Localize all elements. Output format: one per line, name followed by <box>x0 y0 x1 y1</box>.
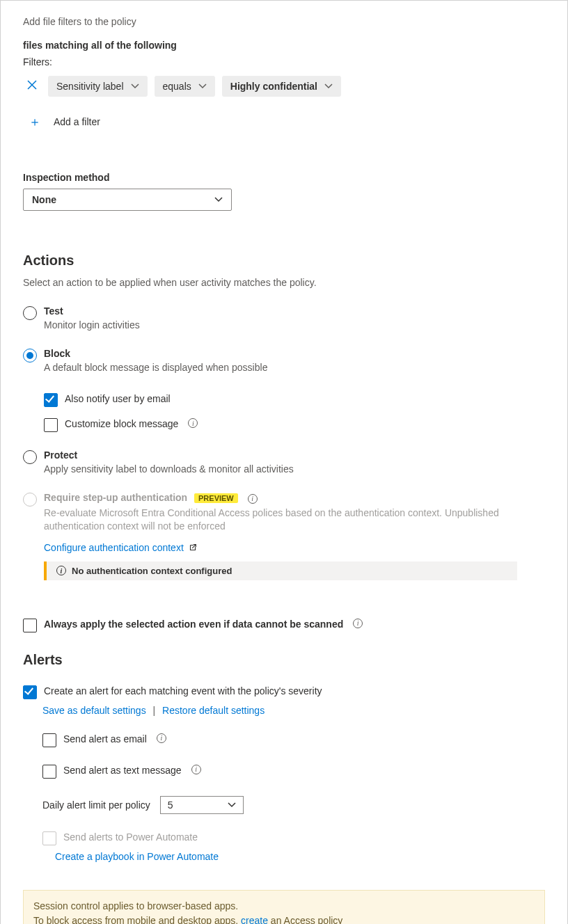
chevron-down-icon <box>198 83 207 89</box>
checkbox-icon <box>44 418 58 432</box>
customize-block-checkbox[interactable]: Customize block message i <box>44 418 267 432</box>
filter-value-chip[interactable]: Highly confidential <box>222 76 341 97</box>
send-alert-text-checkbox[interactable]: Send alert as text message i <box>42 765 545 779</box>
info-icon[interactable]: i <box>157 733 166 743</box>
inspection-method-label: Inspection method <box>23 172 545 183</box>
action-option-stepup: Require step-up authentication PREVIEW i… <box>23 492 545 580</box>
action-stepup-title: Require step-up authentication <box>44 492 187 503</box>
filter-operator-label: equals <box>163 81 191 92</box>
send-alert-text-label: Send alert as text message <box>63 765 182 776</box>
no-auth-context-text: No authentication context configured <box>72 566 232 576</box>
footer-line2-pre: To block access from mobile and desktop … <box>33 915 241 924</box>
action-option-block[interactable]: Block A default block message is display… <box>23 348 545 432</box>
action-block-desc: A default block message is displayed whe… <box>44 362 267 373</box>
radio-icon <box>23 349 37 363</box>
always-apply-label: Always apply the selected action even if… <box>44 619 343 630</box>
add-filter-button[interactable]: ＋ Add a filter <box>23 112 545 132</box>
checkbox-icon <box>42 765 56 779</box>
daily-alert-limit-value: 5 <box>168 799 173 811</box>
create-playbook-link[interactable]: Create a playbook in Power Automate <box>55 851 219 862</box>
send-alert-email-label: Send alert as email <box>63 733 147 744</box>
action-block-title: Block <box>44 348 267 359</box>
notify-email-checkbox[interactable]: Also notify user by email <box>44 393 267 407</box>
checkbox-icon <box>44 393 58 407</box>
filter-value-label: Highly confidential <box>230 81 317 92</box>
info-icon: i <box>56 566 66 575</box>
send-alert-email-checkbox[interactable]: Send alert as email i <box>42 733 545 747</box>
info-icon[interactable]: i <box>188 418 198 428</box>
action-protect-desc: Apply sensitivity label to downloads & m… <box>44 463 294 475</box>
radio-icon <box>23 493 37 507</box>
actions-description: Select an action to be applied when user… <box>23 277 545 288</box>
send-power-automate-label: Send alerts to Power Automate <box>63 831 198 843</box>
filter-row: Sensitivity label equals Highly confiden… <box>23 76 545 97</box>
create-alert-label: Create an alert for each matching event … <box>44 685 322 696</box>
create-alert-checkbox[interactable]: Create an alert for each matching event … <box>23 685 545 699</box>
actions-heading: Actions <box>23 253 545 269</box>
alerts-heading: Alerts <box>23 652 545 668</box>
action-option-protect[interactable]: Protect Apply sensitivity label to downl… <box>23 449 545 475</box>
action-stepup-desc: Re-evaluate Microsoft Entra Conditional … <box>44 507 517 534</box>
filter-field-chip[interactable]: Sensitivity label <box>48 76 148 97</box>
inspection-method-select[interactable]: None <box>23 189 232 211</box>
radio-icon <box>23 306 37 320</box>
chevron-down-icon <box>324 83 333 89</box>
filters-label: Filters: <box>23 56 545 67</box>
add-filter-label: Add a filter <box>54 116 100 127</box>
daily-alert-limit-select[interactable]: 5 <box>160 796 244 814</box>
chevron-down-icon <box>228 802 236 808</box>
info-icon[interactable]: i <box>353 619 363 628</box>
checkbox-icon <box>23 619 37 632</box>
external-link-icon <box>188 543 198 552</box>
no-auth-context-warning: i No authentication context configured <box>44 561 517 580</box>
checkbox-icon <box>23 685 37 699</box>
plus-icon: ＋ <box>23 112 47 132</box>
footer-banner: Session control applies to browser-based… <box>23 890 545 924</box>
action-test-title: Test <box>44 305 140 317</box>
filter-operator-chip[interactable]: equals <box>155 76 215 97</box>
configure-auth-context-label: Configure authentication context <box>44 542 184 553</box>
always-apply-checkbox[interactable]: Always apply the selected action even if… <box>23 619 545 632</box>
send-power-automate-checkbox: Send alerts to Power Automate <box>42 831 545 845</box>
customize-block-label: Customize block message <box>65 418 178 429</box>
remove-filter-icon[interactable] <box>23 77 41 95</box>
alert-settings-links: Save as default settings | Restore defau… <box>42 705 545 716</box>
footer-line1: Session control applies to browser-based… <box>33 899 535 914</box>
preview-badge: PREVIEW <box>194 493 238 503</box>
checkbox-icon <box>42 831 56 845</box>
configure-auth-context-link[interactable]: Configure authentication context <box>44 542 517 553</box>
save-default-settings-link[interactable]: Save as default settings <box>42 705 146 716</box>
restore-default-settings-link[interactable]: Restore default settings <box>162 705 265 716</box>
footer-line2: To block access from mobile and desktop … <box>33 914 535 924</box>
notify-email-label: Also notify user by email <box>65 393 171 404</box>
chevron-down-icon <box>131 83 139 89</box>
daily-alert-limit-label: Daily alert limit per policy <box>42 799 150 811</box>
filter-field-label: Sensitivity label <box>56 81 124 92</box>
policy-panel: Add file filters to the policy files mat… <box>0 0 568 924</box>
separator: | <box>149 705 160 716</box>
footer-create-link[interactable]: create <box>241 915 268 924</box>
inspection-method-value: None <box>32 194 56 205</box>
chevron-down-icon <box>214 197 223 202</box>
info-icon[interactable]: i <box>248 494 258 504</box>
action-option-test[interactable]: Test Monitor login activities <box>23 305 545 330</box>
checkbox-icon <box>42 733 56 747</box>
filters-matching-text: files matching all of the following <box>23 40 545 51</box>
action-test-desc: Monitor login activities <box>44 319 140 330</box>
filters-title: Add file filters to the policy <box>23 16 545 27</box>
radio-icon <box>23 450 37 464</box>
footer-line2-post: an Access policy <box>268 915 342 924</box>
info-icon[interactable]: i <box>191 765 201 774</box>
action-protect-title: Protect <box>44 449 294 461</box>
daily-alert-limit-row: Daily alert limit per policy 5 <box>42 796 545 814</box>
